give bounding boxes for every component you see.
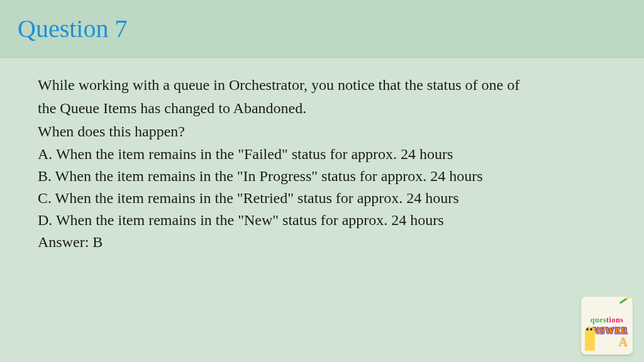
question-title: Question 7 [18,14,626,43]
question-content: While working with a queue in Orchestrat… [0,58,644,269]
question-line-2: the Queue Items has changed to Abandoned… [38,97,606,119]
pencil-icon [619,296,630,304]
slide-header: Question 7 [0,0,644,58]
option-b: B. When the item remains in the "In Prog… [38,165,606,187]
questions-answer-badge: questions ANSWER A [581,297,633,354]
badge-letter-a: A [619,335,628,349]
answer-text: Answer: B [38,231,606,253]
badge-questions-label: questions [591,315,624,325]
option-d: D. When the item remains in the "New" st… [38,209,606,231]
question-prompt: When does this happen? [38,121,606,143]
question-line-1: While working with a queue in Orchestrat… [38,74,606,96]
option-c: C. When the item remains in the "Retried… [38,187,606,209]
option-a: A. When the item remains in the "Failed"… [38,143,606,165]
character-icon [585,327,595,351]
